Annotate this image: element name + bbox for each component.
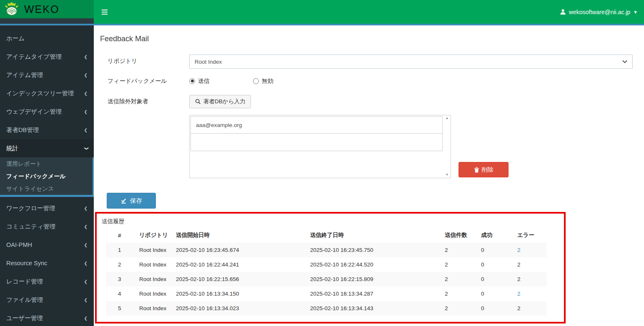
sidebar-item-workflow-admin[interactable]: ワークフロー管理 ❮	[0, 199, 94, 217]
history-header-row: # リポジトリ 送信開始日時 送信終了日時 送信件数 成功 エラー	[106, 228, 546, 243]
main-content: Feedback Mail リポジトリ Root Index フィードバックメー…	[94, 25, 644, 326]
scroll-up-icon[interactable]: ▲	[446, 117, 449, 120]
chevron-left-icon: ❮	[84, 55, 88, 59]
exclude-email-list: aaa@example.org	[190, 116, 443, 151]
page-title: Feedback Mail	[100, 35, 633, 43]
feedback-mail-row: フィードバックメール 送信 無効	[100, 75, 633, 85]
col-start-time: 送信開始日時	[173, 228, 307, 243]
logo-underlay	[0, 18, 94, 24]
sidebar-item-indextree-admin[interactable]: インデックスツリー管理 ❮	[0, 84, 94, 102]
sidebar-item-authordb-admin[interactable]: 著者DB管理 ❮	[0, 121, 94, 139]
sidebar-item-user-admin[interactable]: ユーザー管理 ❮	[0, 309, 94, 326]
sidebar-submenu-statistics: 運用レポート フィードバックメール サイトライセンス	[0, 157, 94, 197]
error-count-text: 2	[514, 272, 546, 286]
sidebar-item-itemtype-admin[interactable]: アイテムタイプ管理 ❮	[0, 47, 94, 66]
col-end-time: 送信終了日時	[307, 228, 441, 243]
history-row: 1 Root Index 2025-02-10 16:23:45.674 202…	[106, 243, 546, 257]
feedback-mail-label: フィードバックメール	[100, 75, 189, 85]
top-header: WEKO wekosoftware@nii.ac.jp ▼	[0, 0, 644, 25]
radio-send[interactable]: 送信	[189, 77, 253, 85]
col-repository: リポジトリ	[136, 228, 173, 243]
author-db-button-label: 著者DBから入力	[203, 98, 245, 105]
top-navbar: wekosoftware@nii.ac.jp ▼	[94, 0, 644, 25]
sidebar-item-home[interactable]: ホーム	[0, 29, 94, 47]
save-button-label: 保存	[130, 197, 142, 205]
chevron-left-icon: ❮	[84, 109, 88, 114]
col-error: エラー	[514, 228, 546, 243]
user-icon	[560, 9, 566, 15]
chevron-left-icon: ❮	[84, 91, 88, 96]
user-account-menu[interactable]: wekosoftware@nii.ac.jp ▼	[560, 9, 638, 15]
chevron-left-icon: ❮	[84, 128, 88, 132]
user-email: wekosoftware@nii.ac.jp	[569, 9, 630, 15]
sidebar-item-file-admin[interactable]: ファイル管理 ❮	[0, 291, 94, 309]
error-count-link[interactable]: 2	[517, 247, 521, 253]
col-success: 成功	[478, 228, 514, 243]
history-row: 2 Root Index 2025-02-10 16:22:44.241 202…	[106, 257, 546, 272]
delete-button[interactable]: 削除	[459, 162, 509, 177]
radio-disable-label: 無効	[262, 77, 273, 85]
sidebar-item-item-admin[interactable]: アイテム管理 ❮	[0, 66, 94, 84]
sidebar-item-oai-pmh[interactable]: OAI-PMH ❮	[0, 236, 94, 254]
sidebar-item-site-license[interactable]: サイトライセンス	[0, 182, 93, 195]
sidebar-item-label: アイテムタイプ管理	[6, 53, 62, 61]
sidebar-item-label: ホーム	[6, 35, 25, 42]
author-db-input-button[interactable]: 著者DBから入力	[189, 95, 251, 108]
repository-select[interactable]: Root Index	[189, 55, 633, 69]
sidebar-item-label: インデックスツリー管理	[6, 90, 74, 97]
sidebar-item-label: ウェブデザイン管理	[6, 108, 62, 116]
exclude-email-item[interactable]: aaa@example.org	[191, 117, 442, 133]
sidebar-item-statistics[interactable]: 統計 ❮	[0, 139, 94, 157]
exclude-email-listbox[interactable]: aaa@example.org ▲ ▼	[189, 115, 451, 178]
chevron-left-icon: ❮	[84, 316, 88, 321]
radio-send-label: 送信	[198, 77, 210, 85]
repository-selected-value: Root Index	[195, 59, 222, 65]
error-count-link[interactable]: 2	[517, 291, 521, 297]
repository-row: リポジトリ Root Index	[100, 55, 633, 69]
history-row: 3 Root Index 2025-02-10 16:22:15.656 202…	[106, 272, 546, 286]
exclude-target-label: 送信除外対象者	[100, 95, 189, 178]
sidebar: ホーム アイテムタイプ管理 ❮ アイテム管理 ❮ インデックスツリー管理 ❮ ウ…	[0, 25, 94, 326]
delete-button-label: 削除	[482, 166, 494, 174]
chevron-down-icon: ❮	[83, 147, 88, 150]
sidebar-item-operation-report[interactable]: 運用レポート	[0, 157, 93, 170]
sidebar-item-label: ワークフロー管理	[6, 204, 55, 212]
radio-disable[interactable]: 無効	[253, 77, 317, 85]
send-history-annotation-box: 送信履歴 # リポジトリ 送信開始日時 送信終了日時 送信件数 成功 エラー	[95, 212, 566, 324]
sidebar-item-label: Resource Sync	[6, 260, 47, 266]
save-icon	[120, 198, 127, 204]
send-history-table: # リポジトリ 送信開始日時 送信終了日時 送信件数 成功 エラー 1 Root…	[106, 228, 546, 316]
sidebar-item-label: 統計	[6, 144, 18, 152]
col-send-count: 送信件数	[441, 228, 478, 243]
chevron-left-icon: ❮	[84, 261, 88, 266]
exclude-target-row: 送信除外対象者 著者DBから入力 aaa@example.org	[100, 95, 633, 178]
sidebar-item-label: 著者DB管理	[6, 126, 39, 134]
radio-disable-circle	[253, 78, 259, 84]
chevron-left-icon: ❮	[84, 279, 88, 284]
sidebar-item-label: OAI-PMH	[6, 241, 32, 248]
select-chevron-down-icon	[622, 60, 627, 63]
brand-logo[interactable]: WEKO	[0, 0, 94, 25]
chevron-left-icon: ❮	[84, 206, 88, 211]
sidebar-item-resource-sync[interactable]: Resource Sync ❮	[0, 254, 94, 272]
hamburger-icon[interactable]	[100, 7, 109, 17]
sidebar-item-webdesign-admin[interactable]: ウェブデザイン管理 ❮	[0, 102, 94, 121]
radio-send-circle	[189, 78, 195, 84]
col-number: #	[106, 228, 136, 243]
sidebar-item-label: ユーザー管理	[6, 314, 43, 322]
caret-down-icon: ▼	[633, 10, 638, 15]
scroll-down-icon[interactable]: ▼	[446, 173, 449, 177]
exclude-email-item-empty[interactable]	[191, 133, 442, 151]
weko-logo-icon	[4, 2, 19, 17]
save-button[interactable]: 保存	[107, 193, 156, 209]
sidebar-item-record-admin[interactable]: レコード管理 ❮	[0, 272, 94, 291]
listbox-scrollbar[interactable]: ▲ ▼	[444, 115, 451, 178]
search-icon	[195, 99, 201, 105]
chevron-left-icon: ❮	[84, 243, 88, 247]
sidebar-item-feedback-mail[interactable]: フィードバックメール	[0, 170, 93, 182]
chevron-left-icon: ❮	[84, 73, 88, 77]
sidebar-item-community-admin[interactable]: コミュニティ管理 ❮	[0, 217, 94, 236]
repository-label: リポジトリ	[100, 55, 189, 69]
sidebar-item-label: ファイル管理	[6, 296, 43, 304]
sidebar-item-label: アイテム管理	[6, 71, 43, 79]
